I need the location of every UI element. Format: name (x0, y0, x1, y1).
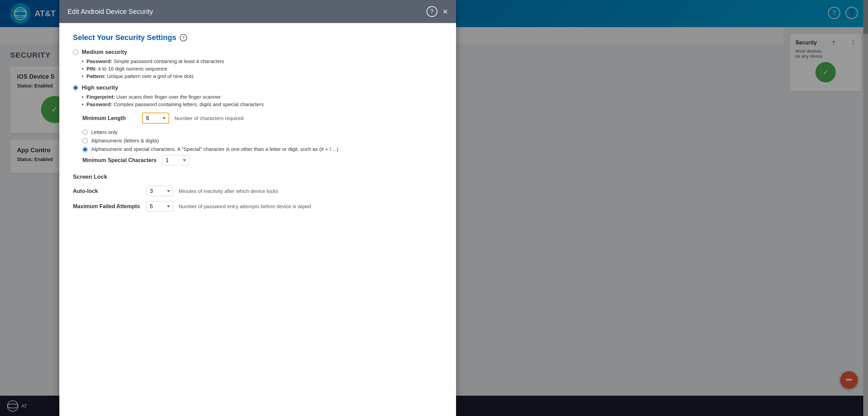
alphanumeric-label[interactable]: Alphanumeric (letters & digits) (82, 138, 442, 143)
screen-lock-title: Screen Lock (73, 174, 442, 180)
high-security-group: High security Fingerprint: User scans th… (73, 84, 442, 165)
min-special-row: Minimum Special Characters 1 2 3 (82, 155, 442, 165)
min-length-description: Number of characters required (175, 115, 243, 121)
medium-bullet-3-key: Pattern: (86, 73, 106, 79)
medium-bullet-1-key: Password: (86, 58, 112, 64)
letters-only-text: Letters only (91, 129, 118, 135)
medium-security-bullets: Password: Simple password containing at … (82, 58, 442, 79)
max-failed-row: Maximum Failed Attempts 3 4 5 10 Number … (73, 201, 442, 212)
edit-security-modal: Edit Android Device Security ? × Select … (59, 0, 456, 416)
high-security-bullets: Fingerprint: User scans their finger ove… (82, 94, 442, 107)
modal-wrapper: Edit Android Device Security ? × Select … (59, 0, 456, 416)
modal-section-heading: Select Your Security Settings ? (73, 33, 442, 42)
min-special-label: Minimum Special Characters (82, 157, 157, 163)
autolock-row: Auto-lock 1 2 3 5 10 Minutes of inactivi… (73, 186, 442, 196)
high-security-title: High security (82, 84, 118, 91)
screen-lock-section: Screen Lock Auto-lock 1 2 3 5 10 Minutes… (73, 174, 442, 212)
alphanumeric-special-label[interactable]: Alphanumeric and special characters. A "… (82, 146, 442, 152)
alphanumeric-special-radio[interactable] (82, 147, 88, 152)
modal-help-button[interactable]: ? (427, 6, 437, 17)
alphanumeric-special-text: Alphanumeric and special characters. A "… (91, 146, 338, 152)
min-length-label: Minimum Length (82, 115, 137, 121)
alphanumeric-radio[interactable] (82, 138, 88, 143)
medium-security-radio[interactable] (73, 49, 78, 55)
char-type-group: Letters only Alphanumeric (letters & dig… (82, 129, 442, 152)
max-failed-label: Maximum Failed Attempts (73, 203, 141, 210)
modal-title: Edit Android Device Security (67, 8, 153, 16)
autolock-select[interactable]: 1 2 3 5 10 (146, 186, 173, 196)
high-bullet-1-key: Fingerprint: (86, 94, 115, 100)
medium-bullet-2-key: PIN: (86, 66, 97, 72)
high-bullet-2-key: Password: (86, 101, 112, 107)
modal-body: Select Your Security Settings ? Medium s… (59, 23, 456, 416)
medium-bullet-2-val: 4 to 16 digit numeric sequence (98, 66, 167, 72)
medium-bullet-3: Pattern: Unique pattern over a grid of n… (82, 73, 442, 79)
autolock-label: Auto-lock (73, 188, 141, 194)
medium-security-radio-label[interactable]: Medium security (73, 49, 442, 56)
max-failed-select[interactable]: 3 4 5 10 (146, 201, 173, 212)
modal-header-actions: ? × (427, 6, 448, 17)
medium-bullet-2: PIN: 4 to 16 digit numeric sequence (82, 66, 442, 72)
medium-security-group: Medium security Password: Simple passwor… (73, 49, 442, 79)
min-length-row: Minimum Length 4 5 6 7 8 Number of chara… (82, 113, 442, 124)
medium-bullet-1-val: Simple password containing at least 4 ch… (114, 58, 224, 64)
max-failed-description: Number of password entry attempts before… (179, 203, 311, 209)
high-security-radio[interactable] (73, 85, 78, 91)
alphanumeric-text: Alphanumeric (letters & digits) (91, 138, 159, 143)
high-bullet-1: Fingerprint: User scans their finger ove… (82, 94, 442, 100)
section-help-icon[interactable]: ? (180, 34, 187, 41)
medium-bullet-3-val: Unique pattern over a grid of nine dots (107, 73, 194, 79)
modal-header: Edit Android Device Security ? × (59, 0, 456, 23)
medium-bullet-1: Password: Simple password containing at … (82, 58, 442, 64)
high-security-radio-label[interactable]: High security (73, 84, 442, 91)
min-length-select[interactable]: 4 5 6 7 8 (142, 113, 169, 124)
high-bullet-2-val: Complex password containing letters, dig… (114, 101, 264, 107)
autolock-description: Minutes of inactivity after which device… (179, 188, 278, 194)
high-bullet-2: Password: Complex password containing le… (82, 101, 442, 107)
high-bullet-1-val: User scans their finger over the finger … (116, 94, 221, 100)
medium-security-title: Medium security (82, 49, 127, 56)
letters-only-radio[interactable] (82, 130, 88, 135)
modal-close-button[interactable]: × (443, 7, 448, 16)
min-special-select[interactable]: 1 2 3 (162, 155, 189, 165)
letters-only-label[interactable]: Letters only (82, 129, 442, 135)
